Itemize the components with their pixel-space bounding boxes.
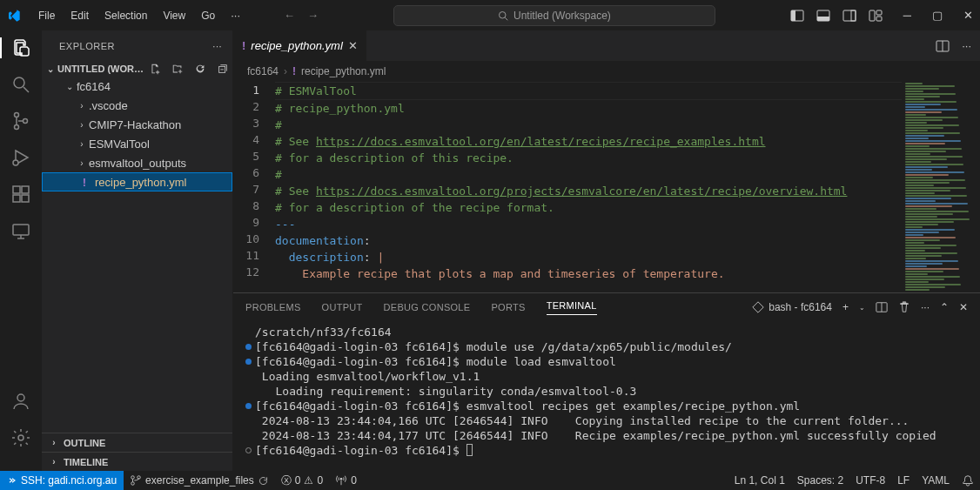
command-center: Untitled (Workspace) xyxy=(322,5,787,26)
svg-point-15 xyxy=(23,119,27,124)
breadcrumb-folder[interactable]: fc6164 xyxy=(247,65,279,77)
activity-extensions-icon[interactable] xyxy=(0,184,42,205)
close-panel-icon[interactable]: ✕ xyxy=(959,301,968,313)
status-notifications[interactable] xyxy=(956,474,980,487)
panel-tab-debug-console[interactable]: DEBUG CONSOLE xyxy=(384,302,471,312)
tree-folder[interactable]: ›ESMValTool xyxy=(42,134,232,153)
menu-edit[interactable]: Edit xyxy=(64,6,96,25)
window-controls: ─ ▢ ✕ xyxy=(903,9,973,22)
terminal-line: [fc6164@gadi-login-03 fc6164]$ xyxy=(245,443,968,458)
bell-icon xyxy=(962,474,974,487)
svg-rect-18 xyxy=(13,195,20,202)
terminal-dropdown-icon[interactable]: ⌄ xyxy=(859,304,865,312)
status-cursor[interactable]: Ln 1, Col 1 xyxy=(728,474,791,487)
tab-recipe-python[interactable]: ! recipe_python.yml ✕ xyxy=(233,30,367,61)
sidebar-actions-icon[interactable]: ··· xyxy=(212,41,222,51)
maximize-panel-icon[interactable]: ⌃ xyxy=(940,301,949,313)
svg-point-11 xyxy=(14,77,24,88)
tree-item-label: ESMValTool xyxy=(89,138,150,151)
status-branch[interactable]: exercise_example_files xyxy=(124,474,275,487)
svg-point-25 xyxy=(18,435,23,440)
refresh-icon[interactable] xyxy=(194,63,206,75)
tree-item-label: esmvaltool_outputs xyxy=(89,157,186,170)
code-line: # ESMValTool xyxy=(275,82,902,100)
toggle-panel-icon[interactable] xyxy=(816,9,830,23)
status-ports[interactable]: 0 xyxy=(329,474,363,487)
new-terminal-icon[interactable]: + xyxy=(842,301,849,313)
sync-icon[interactable] xyxy=(258,475,269,487)
terminal-output[interactable]: /scratch/nf33/fc6164[fc6164@gadi-login-0… xyxy=(233,321,980,471)
status-eol[interactable]: LF xyxy=(891,474,916,487)
toggle-sidebar-icon[interactable] xyxy=(790,9,804,23)
maximize-icon[interactable]: ▢ xyxy=(932,9,943,22)
svg-point-36 xyxy=(340,478,343,480)
breadcrumbs[interactable]: fc6164 › ! recipe_python.yml xyxy=(233,61,980,82)
menu-go[interactable]: Go xyxy=(194,6,222,25)
chevron-right-icon: › xyxy=(77,139,87,149)
timeline-label: TIMELINE xyxy=(64,457,108,467)
close-tab-icon[interactable]: ✕ xyxy=(348,39,358,52)
tab-bar: ! recipe_python.yml ✕ ··· xyxy=(233,30,980,61)
activity-search-icon[interactable] xyxy=(0,74,42,95)
line-number: 7 xyxy=(233,181,259,198)
terminal-line: 2024-08-13 23:44:04,166 UTC [2646544] IN… xyxy=(245,413,968,428)
outline-label: OUTLINE xyxy=(64,438,105,448)
panel-tab-output[interactable]: OUTPUT xyxy=(322,302,363,312)
code-area[interactable]: # ESMValTool# recipe_python.yml## See ht… xyxy=(275,82,902,292)
panel-tab-problems[interactable]: PROBLEMS xyxy=(245,302,301,312)
minimap[interactable] xyxy=(902,82,980,292)
status-spaces[interactable]: Spaces: 2 xyxy=(791,474,849,487)
tree-file[interactable]: !recipe_python.yml xyxy=(42,172,232,191)
code-line: description: | xyxy=(275,249,902,265)
customize-layout-icon[interactable] xyxy=(869,9,883,23)
activity-explorer-icon[interactable] xyxy=(0,37,42,58)
outline-section[interactable]: › OUTLINE xyxy=(42,433,232,452)
panel-more-icon[interactable]: ··· xyxy=(921,301,930,313)
tree-folder[interactable]: ›CMIP7-Hackathon xyxy=(42,115,232,134)
collapse-all-icon[interactable] xyxy=(217,63,229,75)
activity-scm-icon[interactable] xyxy=(0,111,42,131)
activity-account-icon[interactable] xyxy=(0,391,42,412)
nav-forward-icon[interactable]: → xyxy=(307,9,319,22)
minimize-icon[interactable]: ─ xyxy=(903,9,911,22)
panel-tab-terminal[interactable]: TERMINAL xyxy=(547,300,597,315)
activity-settings-icon[interactable] xyxy=(0,427,42,448)
activity-remote-icon[interactable] xyxy=(0,220,42,241)
timeline-section[interactable]: › TIMELINE xyxy=(42,452,232,471)
menu-selection[interactable]: Selection xyxy=(97,6,154,25)
new-file-icon[interactable] xyxy=(149,63,161,75)
menu-view[interactable]: View xyxy=(156,6,192,25)
tree-item-label: CMIP7-Hackathon xyxy=(89,118,181,131)
warning-icon: ⚠ xyxy=(304,474,313,487)
split-editor-icon[interactable] xyxy=(936,39,950,53)
line-number: 10 xyxy=(233,231,259,247)
tree-folder[interactable]: ⌄fc6164 xyxy=(42,77,232,96)
line-number: 11 xyxy=(233,247,259,264)
nav-back-icon[interactable]: ← xyxy=(284,9,295,22)
status-problems[interactable]: ⓧ0 ⚠0 xyxy=(275,473,329,488)
menu-more-icon[interactable]: ··· xyxy=(225,5,245,25)
tree-folder[interactable]: ›.vscode xyxy=(42,96,232,115)
terminal-profile-label[interactable]: bash - fc6164 xyxy=(752,301,832,313)
activity-run-icon[interactable] xyxy=(0,147,42,168)
tree-folder[interactable]: ›esmvaltool_outputs xyxy=(42,153,232,172)
line-number-gutter: 123456789101112 xyxy=(233,82,275,292)
status-remote[interactable]: SSH: gadi.nci.org.au xyxy=(0,471,124,490)
menu-file[interactable]: File xyxy=(31,6,62,25)
toggle-secondary-sidebar-icon[interactable] xyxy=(842,9,856,23)
status-language[interactable]: YAML xyxy=(916,474,956,487)
panel-tab-ports[interactable]: PORTS xyxy=(491,302,525,312)
workspace-header[interactable]: ⌄ UNTITLED (WOR… xyxy=(42,61,232,77)
status-encoding[interactable]: UTF-8 xyxy=(849,474,891,487)
code-line: # See https://docs.esmvaltool.org/en/lat… xyxy=(275,133,902,150)
kill-terminal-icon[interactable] xyxy=(898,301,910,313)
command-center-input[interactable]: Untitled (Workspace) xyxy=(393,5,715,26)
more-actions-icon[interactable]: ··· xyxy=(962,39,971,52)
split-terminal-icon[interactable] xyxy=(876,301,888,313)
close-window-icon[interactable]: ✕ xyxy=(963,9,973,22)
terminal-line: [fc6164@gadi-login-03 fc6164]$ module us… xyxy=(245,339,968,354)
new-folder-icon[interactable] xyxy=(171,63,184,75)
svg-point-16 xyxy=(13,160,18,165)
line-number: 8 xyxy=(233,198,259,214)
breadcrumb-file[interactable]: recipe_python.yml xyxy=(301,65,386,77)
